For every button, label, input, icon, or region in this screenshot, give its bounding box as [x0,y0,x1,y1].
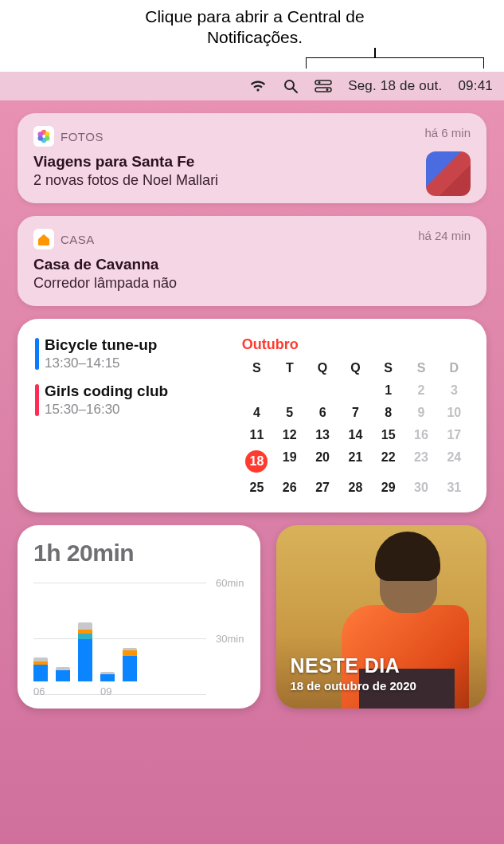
calendar-dow: S [406,361,436,375]
calendar-day[interactable] [275,383,304,398]
wifi-icon[interactable] [249,80,267,92]
screentime-widget[interactable]: 1h 20min 60min 30min 0609 [18,525,260,709]
notification-thumbnail [426,151,471,196]
calendar-dow: S [242,361,272,375]
event-list: Bicycle tune-up 13:30–14:15 Girls coding… [35,336,226,495]
callout-bracket [306,57,484,69]
calendar-day[interactable]: 1 [373,383,403,398]
notification-body: Corredor lâmpada não [33,275,471,292]
notification-center-panel: FOTOS há 6 min Viagens para Santa Fe 2 n… [0,100,504,721]
chart-bar [78,622,92,681]
menubar-date[interactable]: Seg. 18 de out. [348,78,442,94]
calendar-dow: D [440,361,469,375]
calendar-dow: T [275,361,304,375]
search-icon[interactable] [283,78,299,94]
menubar-time[interactable]: 09:41 [458,78,493,94]
svg-point-11 [38,132,43,136]
notification-body: 2 novas fotos de Noel Mallari [33,172,471,189]
event-title: Bicycle tune-up [45,336,226,354]
calendar-event[interactable]: Bicycle tune-up 13:30–14:15 [35,336,226,371]
photos-memory-widget[interactable]: NESTE DIA 18 de outubro de 2020 [276,525,487,709]
home-app-icon [33,229,54,249]
calendar-day[interactable]: 20 [307,450,337,473]
svg-rect-4 [315,88,331,92]
notification-time: há 24 min [418,229,471,242]
chart-xlabel: 09 [100,685,111,697]
photos-app-icon [33,126,54,147]
event-time: 15:30–16:30 [45,402,226,418]
calendar-day[interactable]: 8 [373,406,403,420]
calendar-dow: Q [341,361,370,375]
calendar-day[interactable]: 13 [307,428,337,442]
calendar-day[interactable]: 7 [341,406,370,420]
calendar-event[interactable]: Girls coding club 15:30–16:30 [35,383,226,418]
chart-xlabel: 06 [33,685,45,697]
screentime-chart: 60min 30min 0609 [33,583,244,694]
screentime-total: 1h 20min [33,540,244,567]
calendar-day[interactable]: 17 [440,428,469,442]
memory-title: NESTE DIA [291,654,416,677]
calendar-day[interactable]: 28 [341,481,370,495]
calendar-day[interactable]: 3 [440,383,469,398]
notification-title: Casa de Cavanna [33,256,471,273]
chart-bar [100,672,115,681]
calendar-day[interactable]: 4 [242,406,272,420]
chart-bar [56,667,70,681]
svg-point-5 [326,88,329,91]
calendar-day[interactable]: 25 [242,481,272,495]
calendar-day[interactable]: 31 [440,481,469,495]
calendar-day[interactable]: 6 [307,406,337,420]
calendar-day[interactable]: 11 [242,428,272,442]
notification-app-name: CASA [61,233,95,246]
calendar-day[interactable]: 23 [406,450,436,473]
svg-rect-2 [315,80,331,84]
calendar-day[interactable]: 21 [341,450,370,473]
calendar-day[interactable]: 12 [275,428,304,442]
calendar-dow: S [373,361,403,375]
event-time: 13:30–14:15 [45,355,226,371]
calendar-day[interactable]: 2 [406,383,436,398]
calendar-widget[interactable]: Bicycle tune-up 13:30–14:15 Girls coding… [18,319,486,512]
notification-app-name: FOTOS [61,130,104,143]
calendar-day[interactable]: 27 [307,481,337,495]
help-caption: Clique para abrir a Central de Notificaç… [135,6,374,48]
calendar-day[interactable]: 18 [245,450,268,473]
notification-title: Viagens para Santa Fe [33,153,471,171]
calendar-day[interactable]: 5 [275,406,304,420]
calendar-day[interactable] [242,383,272,398]
calendar-day[interactable]: 14 [341,428,370,442]
chart-bar [33,658,48,681]
chart-gridlabel: 30min [216,633,244,645]
notification-photos[interactable]: FOTOS há 6 min Viagens para Santa Fe 2 n… [18,113,486,203]
notification-time: há 6 min [424,126,471,139]
month-name: Outubro [242,336,469,353]
photo-figure [375,532,440,581]
desktop-screenshot: Seg. 18 de out. 09:41 FOTOS há 6 min [0,72,504,844]
calendar-day[interactable] [341,383,370,398]
calendar-day[interactable]: 22 [373,450,403,473]
menubar: Seg. 18 de out. 09:41 [0,72,504,100]
calendar-day[interactable]: 24 [440,450,469,473]
chart-bar [123,648,137,681]
event-title: Girls coding club [45,383,226,400]
calendar-day[interactable]: 16 [406,428,436,442]
calendar-day[interactable] [307,383,337,398]
calendar-day[interactable]: 10 [440,406,469,420]
control-center-icon[interactable] [315,80,332,92]
calendar-day[interactable]: 15 [373,428,403,442]
memory-date: 18 de outubro de 2020 [291,679,416,693]
calendar-day[interactable]: 26 [275,481,304,495]
notification-home[interactable]: CASA há 24 min Casa de Cavanna Corredor … [18,216,486,306]
chart-gridlabel: 60min [216,577,244,589]
svg-point-3 [318,81,321,84]
calendar-day[interactable]: 19 [275,450,304,473]
callout-stem [374,48,376,57]
calendar-dow: Q [307,361,337,375]
svg-line-1 [293,88,297,92]
calendar-day[interactable]: 9 [406,406,436,420]
month-calendar: Outubro STQQSSD1234567891011121314151617… [242,336,469,495]
calendar-day[interactable]: 29 [373,481,403,495]
calendar-day[interactable]: 30 [406,481,436,495]
